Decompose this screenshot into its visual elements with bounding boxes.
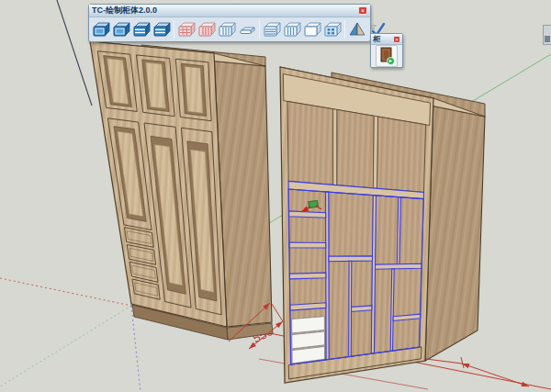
palette-title: 柜 bbox=[373, 35, 393, 43]
palette-titlebar[interactable]: 柜 × bbox=[371, 34, 402, 45]
box-vsplit-blue-icon bbox=[218, 20, 236, 39]
box-grid-pink-icon bbox=[177, 20, 196, 39]
box-hlines-icon bbox=[263, 20, 281, 39]
stray-edge-line bbox=[57, 0, 92, 106]
pyramid-icon bbox=[348, 20, 366, 39]
viewport-3d[interactable]: 550 bbox=[0, 0, 551, 392]
left-wardrobe-closed[interactable] bbox=[90, 41, 273, 340]
tool-vertical-divider-button[interactable] bbox=[282, 18, 302, 40]
box-blank-icon bbox=[303, 20, 321, 39]
tool-cabinet-vertical-pink-button[interactable] bbox=[197, 18, 217, 40]
docked-panel-icon bbox=[545, 36, 550, 42]
tool-cabinet-shelved-1-button[interactable] bbox=[131, 18, 152, 40]
box-vsplit-pink-icon bbox=[197, 20, 216, 39]
cabinet-component-button[interactable] bbox=[376, 45, 398, 67]
box-solid-icon bbox=[112, 20, 130, 39]
tool-flat-panel-button[interactable] bbox=[237, 18, 257, 40]
plugin-toolbar-window[interactable]: TC-绘制柜体2.0.0 × bbox=[88, 4, 371, 42]
toolbar-title: TC-绘制柜体2.0.0 bbox=[92, 6, 358, 16]
tool-cabinet-solid-1-button[interactable] bbox=[91, 18, 111, 40]
right-wardrobe-carcass[interactable] bbox=[280, 67, 485, 383]
tool-cabinet-solid-2-button[interactable] bbox=[111, 18, 131, 40]
toolbar-close-button[interactable]: × bbox=[358, 6, 367, 15]
tool-horizontal-shelf-button[interactable] bbox=[262, 18, 282, 40]
tool-blank-board-button[interactable] bbox=[302, 18, 322, 40]
sketchup-viewport[interactable]: 550 TC-绘制柜体2.0.0 × bbox=[0, 0, 551, 392]
tool-cabinet-shelved-2-button[interactable] bbox=[152, 18, 172, 40]
toolbar-separator bbox=[344, 20, 345, 39]
box-hsplit-icon bbox=[132, 20, 151, 39]
palette-close-button[interactable]: × bbox=[393, 36, 400, 43]
tool-cabinet-vertical-button[interactable] bbox=[217, 18, 237, 40]
slab-icon bbox=[238, 20, 256, 39]
toolbar-icons bbox=[89, 17, 370, 41]
toolbar-separator bbox=[174, 20, 174, 39]
cabinet-palette-window[interactable]: 柜 × bbox=[370, 33, 403, 68]
box-solid-icon bbox=[92, 20, 110, 39]
cabinet-door-icon bbox=[378, 47, 395, 65]
box-hsplit-icon bbox=[152, 20, 171, 39]
box-vlines-icon bbox=[283, 20, 301, 39]
docked-panel-fragment[interactable] bbox=[543, 25, 551, 45]
tool-solid-pyramid-button[interactable] bbox=[347, 18, 367, 40]
tool-cabinet-grid-back-button[interactable] bbox=[176, 18, 197, 40]
toolbar-separator bbox=[259, 20, 260, 39]
toolbar-titlebar[interactable]: TC-绘制柜体2.0.0 × bbox=[89, 5, 370, 17]
tool-hardware-grid-button[interactable] bbox=[322, 18, 343, 40]
keypad-icon bbox=[323, 20, 342, 39]
